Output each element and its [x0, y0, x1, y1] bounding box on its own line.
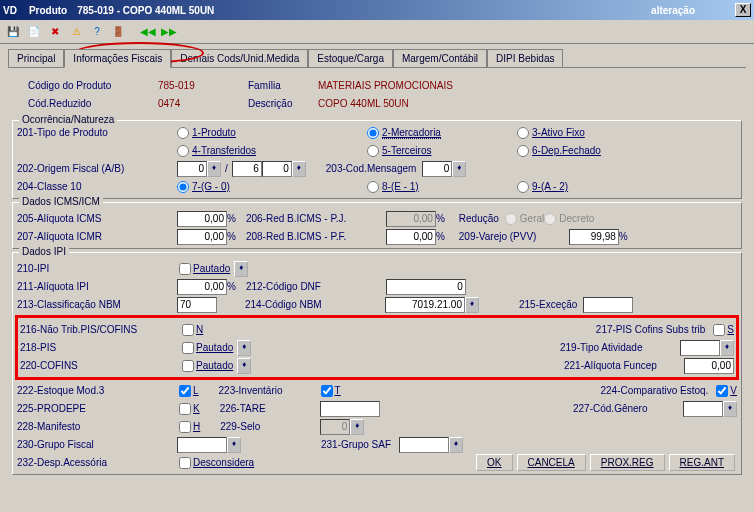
spin-220[interactable]: ♦ [237, 358, 251, 374]
inp-209[interactable] [569, 229, 619, 245]
close-button[interactable]: X [735, 3, 751, 17]
tab-fiscais[interactable]: Informações Fiscais [64, 49, 171, 68]
inp-203[interactable] [422, 161, 452, 177]
spin-219[interactable]: ♦ [720, 340, 734, 356]
lbl-n[interactable]: N [196, 324, 203, 335]
ok-button[interactable]: OK [476, 454, 512, 471]
opt-terc[interactable]: 5-Terceiros [382, 145, 431, 156]
radio-transf[interactable] [177, 145, 189, 157]
inp-207[interactable] [177, 229, 227, 245]
tab-estoque[interactable]: Estoque/Carga [308, 49, 393, 67]
inp-227[interactable] [683, 401, 723, 417]
chk-222[interactable] [179, 385, 191, 397]
radio-ativo[interactable] [517, 127, 529, 139]
lbl-pautado-220[interactable]: Pautado [196, 360, 233, 371]
radio-dep[interactable] [517, 145, 529, 157]
lbl-s[interactable]: S [727, 324, 734, 335]
radio-7[interactable] [177, 181, 189, 193]
inp-202b[interactable] [232, 161, 262, 177]
lbl-pautado-218[interactable]: Pautado [196, 342, 233, 353]
warning-icon[interactable]: ⚠ [67, 23, 85, 41]
spin-218[interactable]: ♦ [237, 340, 251, 356]
inp-226[interactable] [320, 401, 380, 417]
spin-203[interactable]: ♦ [452, 161, 466, 177]
lbl-228: 228-Manifesto [17, 421, 177, 432]
tab-cods[interactable]: Demais Cods/Unid.Medida [171, 49, 308, 67]
save-icon[interactable]: 💾 [4, 23, 22, 41]
inp-211[interactable] [177, 279, 227, 295]
spin-230[interactable]: ♦ [227, 437, 241, 453]
lbl-218: 218-PIS [20, 342, 180, 353]
inp-214[interactable] [385, 297, 465, 313]
lbl-pautado-210[interactable]: Pautado [193, 263, 230, 274]
inp-229 [320, 419, 350, 435]
spin-229[interactable]: ♦ [350, 419, 364, 435]
chk-218[interactable] [182, 342, 194, 354]
spin-231[interactable]: ♦ [449, 437, 463, 453]
inp-205[interactable] [177, 211, 227, 227]
radio-8[interactable] [367, 181, 379, 193]
radio-9[interactable] [517, 181, 529, 193]
inp-202c[interactable] [262, 161, 292, 177]
grp-ocorrencia: 201-Tipo de Produto 1-Produto 2-Mercador… [12, 120, 742, 199]
opt-transf[interactable]: 4-Transferidos [192, 145, 256, 156]
radio-terc[interactable] [367, 145, 379, 157]
lbl-207: 207-Alíquota ICMR [17, 231, 177, 242]
chk-223[interactable] [321, 385, 333, 397]
opt-7[interactable]: 7-(G - 0) [192, 181, 230, 192]
prev-icon[interactable]: ◀◀ [139, 23, 157, 41]
next-icon[interactable]: ▶▶ [160, 23, 178, 41]
spin-227[interactable]: ♦ [723, 401, 737, 417]
tab-margem[interactable]: Margem/Contábil [393, 49, 487, 67]
chk-220[interactable] [182, 360, 194, 372]
lbl-v[interactable]: V [730, 385, 737, 396]
chk-228[interactable] [179, 421, 191, 433]
chk-224[interactable] [716, 385, 728, 397]
tab-dipi[interactable]: DIPI Bebidas [487, 49, 563, 67]
inp-219[interactable] [680, 340, 720, 356]
inp-213[interactable] [177, 297, 217, 313]
inp-202a[interactable] [177, 161, 207, 177]
inp-215[interactable] [583, 297, 633, 313]
lbl-222: 222-Estoque Mod.3 [17, 385, 177, 396]
exit-icon[interactable]: 🚪 [109, 23, 127, 41]
prev-record-button[interactable]: REG.ANT [669, 454, 735, 471]
lbl-230: 230-Grupo Fiscal [17, 439, 177, 450]
opt-produto[interactable]: 1-Produto [192, 127, 236, 138]
lbl-reducao: Redução [459, 213, 499, 224]
inp-212[interactable] [386, 279, 466, 295]
inp-221[interactable] [684, 358, 734, 374]
delete-icon[interactable]: ✖ [46, 23, 64, 41]
spin-202c[interactable]: ♦ [292, 161, 306, 177]
next-record-button[interactable]: PROX.REG [590, 454, 665, 471]
spin-214[interactable]: ♦ [465, 297, 479, 313]
doc-icon[interactable]: 📄 [25, 23, 43, 41]
chk-217[interactable] [713, 324, 725, 336]
lbl-k[interactable]: K [193, 403, 200, 414]
opt-dep[interactable]: 6-Dep.Fechado [532, 145, 601, 156]
radio-geral [505, 213, 517, 225]
lbl-t[interactable]: T [335, 385, 341, 396]
lbl-l[interactable]: L [193, 385, 199, 396]
opt-8[interactable]: 8-(E - 1) [382, 181, 419, 192]
radio-mercadoria[interactable] [367, 127, 379, 139]
spin-210[interactable]: ♦ [234, 261, 248, 277]
opt-mercadoria[interactable]: 2-Mercadoria [382, 127, 441, 139]
tab-principal[interactable]: Principal [8, 49, 64, 67]
opt-9[interactable]: 9-(A - 2) [532, 181, 568, 192]
lbl-231: 231-Grupo SAF [321, 439, 391, 450]
lbl-h[interactable]: H [193, 421, 200, 432]
help-icon[interactable]: ? [88, 23, 106, 41]
inp-208[interactable] [386, 229, 436, 245]
chk-210[interactable] [179, 263, 191, 275]
lbl-desconsidera[interactable]: Desconsidera [193, 457, 254, 468]
spin-202a[interactable]: ♦ [207, 161, 221, 177]
chk-225[interactable] [179, 403, 191, 415]
inp-230[interactable] [177, 437, 227, 453]
chk-232[interactable] [179, 457, 191, 469]
opt-ativo[interactable]: 3-Ativo Fixo [532, 127, 585, 138]
radio-produto[interactable] [177, 127, 189, 139]
chk-216[interactable] [182, 324, 194, 336]
cancel-button[interactable]: CANCELA [517, 454, 586, 471]
inp-231[interactable] [399, 437, 449, 453]
